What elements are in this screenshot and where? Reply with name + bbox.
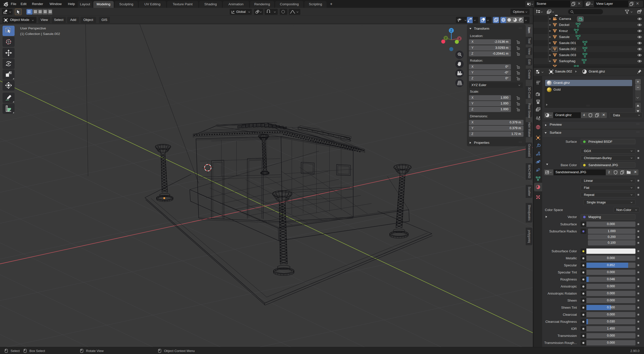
svg-text:Y: Y xyxy=(445,37,447,40)
svg-text:X: X xyxy=(458,37,460,41)
svg-text:Z: Z xyxy=(450,29,452,32)
